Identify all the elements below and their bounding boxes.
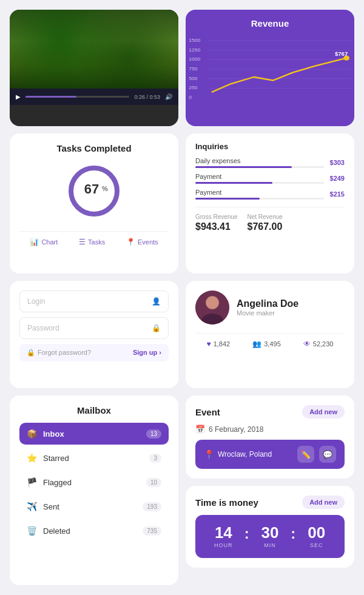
- stat-likes-count: 1,842: [214, 340, 231, 348]
- tab-chart-label: Chart: [41, 238, 58, 246]
- profile-role: Movie maker: [237, 309, 298, 317]
- event-location: 📍 Wroclaw, Poland: [204, 449, 272, 459]
- gross-value: $943.41: [195, 221, 237, 232]
- net-value: $767.00: [247, 221, 282, 232]
- inquiries-title: Inquiries: [195, 142, 345, 151]
- lock-small-icon: 🔒: [27, 349, 35, 357]
- timer-colon-1: :: [242, 525, 252, 542]
- mail-item-deleted[interactable]: 🗑️ Deleted 735: [19, 520, 169, 542]
- svg-text:750: 750: [189, 66, 198, 71]
- tab-chart[interactable]: 📊 Chart: [30, 238, 58, 246]
- video-time: 0:26 / 0:53: [134, 94, 160, 100]
- timer-hours: 14 HOUR: [205, 525, 242, 548]
- revenue-header: Revenue: [186, 10, 354, 29]
- donut-chart: 67 %: [64, 161, 124, 221]
- stat-likes: ♥ 1,842: [207, 340, 231, 348]
- gross-revenue: Gross Revenue $943.41: [195, 213, 237, 232]
- volume-icon[interactable]: 🔊: [165, 93, 172, 100]
- password-field[interactable]: Password 🔒: [19, 317, 169, 339]
- video-controls: ▶ 0:26 / 0:53 🔊: [10, 89, 178, 105]
- tab-events[interactable]: 📍 Events: [126, 238, 158, 246]
- login-card: Login 👤 Password 🔒 🔒 Forgot password? Si…: [10, 281, 178, 389]
- inquiry-name-1: Daily expenses: [195, 157, 324, 164]
- starred-icon: ⭐: [27, 453, 37, 463]
- starred-badge: 3: [149, 454, 161, 463]
- profile-stats: ♥ 1,842 👥 3,495 👁 52,230: [195, 333, 345, 348]
- event-location-text: Wroclaw, Poland: [218, 450, 272, 459]
- timer-add-new-button[interactable]: Add new: [302, 496, 345, 509]
- svg-text:$767: $767: [335, 52, 348, 57]
- video-progress-fill: [25, 96, 76, 98]
- chat-button[interactable]: 💬: [319, 446, 336, 463]
- mailbox-card: Mailbox 📦 Inbox 13 ⭐ Starred 3 🏴 Flagged…: [10, 395, 178, 585]
- task-tabs: 📊 Chart ☰ Tasks 📍 Events: [19, 231, 169, 246]
- inbox-label: Inbox: [43, 429, 64, 439]
- user-icon: 👤: [152, 297, 161, 306]
- event-add-new-button[interactable]: Add new: [302, 405, 345, 419]
- timer-hours-label: HOUR: [205, 542, 242, 548]
- svg-text:500: 500: [189, 76, 198, 81]
- deleted-icon: 🗑️: [27, 526, 37, 536]
- profile-card: Angelina Doe Movie maker ♥ 1,842 👥 3,495…: [186, 281, 354, 389]
- login-field[interactable]: Login 👤: [19, 291, 169, 312]
- inquiry-row-3: Payment $215: [195, 189, 345, 200]
- profile-name: Angelina Doe: [237, 298, 298, 309]
- tasks-title: Tasks Completed: [19, 143, 169, 153]
- heart-icon: ♥: [207, 340, 211, 348]
- tab-tasks-label: Tasks: [88, 238, 105, 246]
- event-action-buttons: ✏️ 💬: [297, 446, 336, 463]
- chart-icon: 📊: [30, 238, 39, 246]
- mail-item-inbox[interactable]: 📦 Inbox 13: [19, 423, 169, 445]
- calendar-icon: 📅: [195, 425, 205, 434]
- play-pause-icon[interactable]: ▶: [16, 93, 21, 100]
- inquiry-amount-3: $215: [330, 190, 345, 198]
- mail-item-flagged[interactable]: 🏴 Flagged 10: [19, 471, 169, 493]
- revenue-totals: Gross Revenue $943.41 Net Revenue $767.0…: [195, 207, 345, 232]
- event-header: Event Add new: [195, 405, 345, 419]
- tab-tasks[interactable]: ☰ Tasks: [79, 238, 105, 246]
- timer-seconds-label: SEC: [298, 542, 335, 548]
- edit-button[interactable]: ✏️: [297, 446, 314, 463]
- video-thumbnail: ▶: [10, 10, 178, 89]
- signup-button[interactable]: Sign up ›: [133, 349, 161, 356]
- event-title: Event: [195, 407, 220, 417]
- inquiry-bar-1: [195, 166, 292, 168]
- stat-views: 👁 52,230: [303, 340, 334, 348]
- play-button[interactable]: ▶: [83, 38, 105, 60]
- flagged-label: Flagged: [43, 478, 72, 487]
- timer-card: Time is money Add new 14 HOUR : 30 MIN :…: [186, 486, 354, 568]
- inquiry-name-3: Payment: [195, 189, 324, 196]
- tasks-list-icon: ☰: [79, 238, 86, 246]
- profile-top: Angelina Doe Movie maker: [195, 291, 345, 324]
- location-pin-icon: 📍: [204, 449, 214, 459]
- tasks-card: Tasks Completed 67 % 📊 Chart ☰ Tasks 📍 E…: [10, 133, 178, 274]
- svg-point-22: [206, 297, 218, 309]
- event-location-row: 📍 Wroclaw, Poland ✏️ 💬: [195, 440, 345, 469]
- deleted-label: Deleted: [43, 526, 70, 536]
- timer-minutes-value: 30: [252, 525, 289, 540]
- events-pin-icon: 📍: [126, 238, 135, 246]
- mail-item-sent[interactable]: ✈️ Sent 193: [19, 496, 169, 517]
- forgot-password-button[interactable]: 🔒 Forgot password?: [27, 349, 91, 357]
- profile-info: Angelina Doe Movie maker: [237, 298, 298, 317]
- mail-item-starred[interactable]: ⭐ Starred 3: [19, 447, 169, 469]
- timer-minutes: 30 MIN: [252, 525, 289, 548]
- svg-text:67: 67: [84, 181, 99, 197]
- svg-text:1000: 1000: [189, 57, 201, 62]
- event-card: Event Add new 📅 6 February, 2018 📍 Wrocl…: [186, 395, 354, 479]
- revenue-card: Revenue 1500 1250 1000 750 500 250 0 $76…: [186, 10, 354, 126]
- timer-seconds-value: 00: [298, 525, 335, 540]
- sent-label: Sent: [43, 502, 59, 511]
- timer-header: Time is money Add new: [195, 496, 345, 509]
- revenue-title: Revenue: [195, 18, 345, 29]
- inquiry-bar-3: [195, 198, 260, 200]
- video-card: ▶ ▶ 0:26 / 0:53 🔊: [10, 10, 178, 126]
- donut-container: 67 %: [19, 161, 169, 221]
- event-timer-column: Event Add new 📅 6 February, 2018 📍 Wrocl…: [186, 395, 354, 585]
- lock-icon: 🔒: [152, 324, 161, 332]
- timer-colon-2: :: [288, 525, 298, 542]
- timer-hours-value: 14: [205, 525, 242, 540]
- people-icon: 👥: [252, 340, 261, 348]
- video-progress-bar[interactable]: [25, 96, 129, 98]
- timer-minutes-label: MIN: [252, 542, 289, 548]
